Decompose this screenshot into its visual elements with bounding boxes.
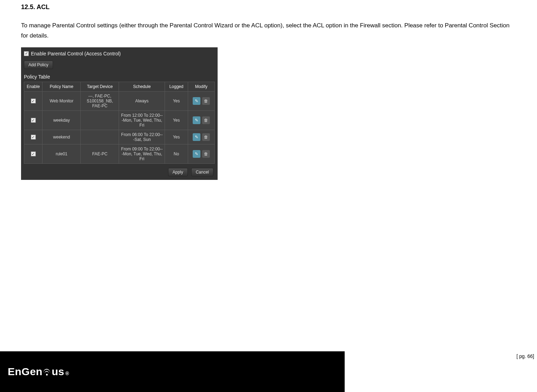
row-policy-name: rule01: [42, 144, 81, 163]
registered-icon: ®: [65, 371, 69, 376]
row-enable-checkbox[interactable]: ✓: [31, 118, 36, 123]
apply-button[interactable]: Apply: [168, 168, 188, 176]
policy-table-title: Policy Table: [24, 74, 215, 80]
section-body-text: To manage Parental Control settings (eit…: [21, 21, 516, 41]
col-enable: Enable: [24, 82, 42, 91]
logo-text-en: EnGen: [8, 366, 42, 378]
logo-text-us: us: [52, 366, 64, 378]
table-row: ✓ weekend From 06:00 To 22:00---Sat, Sun…: [24, 130, 215, 144]
delete-icon[interactable]: 🗑: [202, 116, 210, 124]
policy-table: Enable Policy Name Target Device Schedul…: [24, 82, 215, 164]
acl-screenshot-panel: ✓ Enable Parental Control (Access Contro…: [21, 47, 218, 180]
row-logged: Yes: [165, 130, 188, 144]
row-schedule: Always: [119, 91, 165, 110]
edit-icon[interactable]: ✎: [193, 133, 200, 141]
row-enable-checkbox[interactable]: ✓: [31, 151, 36, 156]
engenius-logo: EnGen us ®: [8, 366, 69, 378]
col-policy-name: Policy Name: [42, 82, 81, 91]
table-row: ✓ weekday From 12:00 To 22:00---Mon, Tue…: [24, 110, 215, 130]
section-title: 12.5. ACL: [21, 4, 516, 11]
table-header-row: Enable Policy Name Target Device Schedul…: [24, 82, 215, 91]
edit-icon[interactable]: ✎: [193, 97, 200, 105]
row-schedule: From 12:00 To 22:00---Mon, Tue, Wed, Thu…: [119, 110, 165, 130]
row-policy-name: weekday: [42, 110, 81, 130]
delete-icon[interactable]: 🗑: [202, 97, 210, 105]
row-policy-name: weekend: [42, 130, 81, 144]
row-enable-checkbox[interactable]: ✓: [31, 99, 36, 103]
enable-parental-control-label: Enable Parental Control (Access Control): [31, 51, 121, 56]
page-number: [ pg. 66]: [516, 353, 534, 359]
row-target-device: ---, FAE-PC, S100158_NB, FAE-PC: [81, 91, 119, 110]
col-schedule: Schedule: [119, 82, 165, 91]
row-target-device: [81, 130, 119, 144]
enable-parental-control-row: ✓ Enable Parental Control (Access Contro…: [24, 49, 215, 59]
footer-band: EnGen us ®: [0, 351, 345, 392]
col-logged: Logged: [165, 82, 188, 91]
edit-icon[interactable]: ✎: [193, 116, 200, 124]
table-row: ✓ rule01 FAE-PC From 09:00 To 22:00---Mo…: [24, 144, 215, 163]
row-logged: No: [165, 144, 188, 163]
delete-icon[interactable]: 🗑: [202, 150, 210, 158]
row-policy-name: Web Monitor: [42, 91, 81, 110]
action-row: Apply Cancel: [24, 168, 215, 176]
enable-parental-control-checkbox[interactable]: ✓: [24, 51, 29, 56]
col-target-device: Target Device: [81, 82, 119, 91]
add-policy-button[interactable]: Add Policy: [24, 61, 53, 69]
col-modify: Modify: [188, 82, 214, 91]
edit-icon[interactable]: ✎: [193, 150, 200, 158]
row-logged: Yes: [165, 110, 188, 130]
delete-icon[interactable]: 🗑: [202, 133, 210, 141]
row-target-device: FAE-PC: [81, 144, 119, 163]
row-schedule: From 06:00 To 22:00---Sat, Sun: [119, 130, 165, 144]
row-schedule: From 09:00 To 22:00---Mon, Tue, Wed, Thu…: [119, 144, 165, 163]
row-target-device: [81, 110, 119, 130]
cancel-button[interactable]: Cancel: [191, 168, 213, 176]
row-logged: Yes: [165, 91, 188, 110]
table-row: ✓ Web Monitor ---, FAE-PC, S100158_NB, F…: [24, 91, 215, 110]
row-enable-checkbox[interactable]: ✓: [31, 135, 36, 140]
